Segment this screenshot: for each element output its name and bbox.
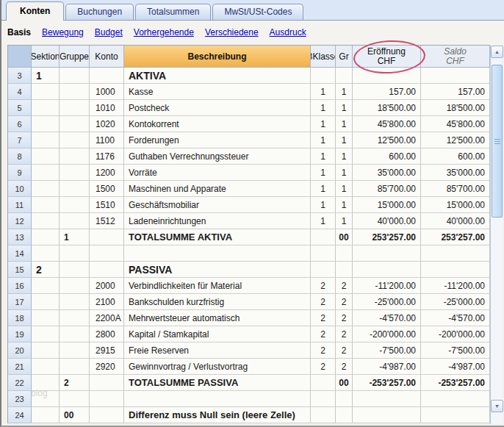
cell-bklasse[interactable] (311, 245, 336, 262)
cell-gruppe[interactable] (60, 262, 90, 278)
cell-gruppe[interactable] (60, 165, 90, 181)
cell-eroeffnung[interactable] (353, 262, 421, 278)
cell-saldo[interactable]: -7'500.00 (421, 342, 490, 359)
view-ausdruck[interactable]: Ausdruck (270, 27, 306, 37)
cell-bklasse[interactable] (311, 68, 336, 84)
cell-sektion[interactable] (32, 342, 60, 359)
cell-saldo[interactable] (421, 262, 490, 278)
cell-saldo[interactable]: -200'000.00 (421, 326, 490, 342)
cell-eroeffnung[interactable] (353, 407, 421, 423)
cell-saldo[interactable]: 45'800.00 (421, 116, 490, 132)
cell-beschreibung[interactable]: AKTIVA (124, 68, 311, 84)
cell-konto[interactable] (90, 68, 124, 84)
cell-beschreibung[interactable] (124, 245, 311, 262)
header-beschreibung[interactable]: Beschreibung (124, 46, 311, 68)
cell-gruppe[interactable] (60, 391, 90, 407)
row-number[interactable]: 23 (8, 391, 32, 407)
cell-beschreibung[interactable]: Gewinnvortrag / Verlustvortrag (124, 359, 311, 375)
cell-gr[interactable]: 1 (336, 165, 353, 181)
cell-saldo[interactable]: -25'000.00 (421, 294, 490, 310)
cell-sektion[interactable] (32, 197, 60, 213)
cell-bklasse[interactable]: 2 (311, 326, 336, 342)
cell-gruppe[interactable] (60, 326, 90, 342)
row-number[interactable]: 15 (8, 262, 32, 278)
cell-sektion[interactable] (32, 116, 60, 132)
row-number[interactable]: 3 (8, 68, 32, 84)
cell-beschreibung[interactable]: Ladeneinrichtungen (124, 213, 311, 229)
cell-bklasse[interactable]: 1 (311, 213, 336, 229)
cell-bklasse[interactable] (311, 229, 336, 245)
cell-saldo[interactable]: 40'000.00 (421, 213, 490, 229)
cell-gr[interactable]: 1 (336, 84, 353, 100)
cell-gr[interactable]: 00 (336, 375, 353, 391)
cell-konto[interactable]: 1512 (90, 213, 124, 229)
cell-konto[interactable]: 2200A (90, 310, 124, 326)
cell-bklasse[interactable] (311, 391, 336, 407)
view-verschiedene[interactable]: Verschiedene (205, 27, 259, 37)
view-budget[interactable]: Budget (95, 27, 123, 37)
cell-saldo[interactable]: -253'257.00 (421, 375, 490, 391)
cell-gruppe[interactable] (60, 359, 90, 375)
cell-konto[interactable]: 1176 (90, 148, 124, 165)
cell-beschreibung[interactable]: TOTALSUMME PASSIVA (124, 375, 311, 391)
cell-gr[interactable]: 1 (336, 116, 353, 132)
cell-konto[interactable] (90, 391, 124, 407)
cell-konto[interactable] (90, 245, 124, 262)
row-number[interactable]: 14 (8, 245, 32, 262)
cell-gruppe[interactable]: 2 (60, 375, 90, 391)
row-number[interactable]: 9 (8, 165, 32, 181)
cell-konto[interactable]: 1500 (90, 181, 124, 197)
cell-sektion[interactable] (32, 148, 60, 165)
cell-bklasse[interactable] (311, 262, 336, 278)
cell-bklasse[interactable]: 1 (311, 165, 336, 181)
cell-sektion[interactable] (32, 165, 60, 181)
cell-beschreibung[interactable]: TOTALSUMME AKTIVA (124, 229, 311, 245)
cell-bklasse[interactable]: 1 (311, 100, 336, 116)
header-bklasse[interactable]: BKlasse (311, 46, 336, 68)
cell-eroeffnung[interactable]: -7'500.00 (353, 342, 421, 359)
cell-beschreibung[interactable]: Forderungen (124, 132, 311, 148)
cell-gruppe[interactable]: 00 (60, 407, 90, 423)
row-number[interactable]: 13 (8, 229, 32, 245)
cell-eroeffnung[interactable]: 253'257.00 (353, 229, 421, 245)
cell-eroeffnung[interactable]: 12'500.00 (353, 132, 421, 148)
header-eroeffnung[interactable]: Eröffnung CHF (353, 46, 421, 68)
cell-eroeffnung[interactable]: 18'500.00 (353, 100, 421, 116)
row-number[interactable]: 7 (8, 132, 32, 148)
header-sektion[interactable]: Sektion (32, 46, 60, 68)
cell-gr[interactable]: 2 (336, 310, 353, 326)
cell-beschreibung[interactable]: Verbindlichkeiten für Material (124, 278, 311, 294)
cell-gr[interactable]: 1 (336, 100, 353, 116)
scroll-up-icon[interactable]: ▲ (491, 46, 503, 58)
cell-saldo[interactable]: -4'570.00 (421, 310, 490, 326)
cell-bklasse[interactable] (311, 407, 336, 423)
cell-konto[interactable]: 1000 (90, 84, 124, 100)
row-number[interactable]: 22 (8, 375, 32, 391)
cell-eroeffnung[interactable]: -25'000.00 (353, 294, 421, 310)
cell-bklasse[interactable]: 1 (311, 132, 336, 148)
cell-gr[interactable]: 1 (336, 181, 353, 197)
cell-sektion[interactable] (32, 181, 60, 197)
header-gr[interactable]: Gr (336, 46, 353, 68)
cell-saldo[interactable]: 157.00 (421, 84, 490, 100)
row-number[interactable]: 5 (8, 100, 32, 116)
row-number[interactable]: 12 (8, 213, 32, 229)
cell-beschreibung[interactable]: Vorräte (124, 165, 311, 181)
view-basis[interactable]: Basis (7, 27, 31, 37)
cell-konto[interactable] (90, 375, 124, 391)
cell-beschreibung[interactable]: Geschäftsmobiliar (124, 197, 311, 213)
cell-saldo[interactable]: 12'500.00 (421, 132, 490, 148)
cell-bklasse[interactable]: 2 (311, 310, 336, 326)
cell-konto[interactable]: 2000 (90, 278, 124, 294)
cell-beschreibung[interactable]: Freie Reserven (124, 342, 311, 359)
vertical-scrollbar[interactable]: ▲ ▼ (490, 46, 503, 424)
cell-gruppe[interactable] (60, 116, 90, 132)
cell-saldo[interactable]: -4'987.00 (421, 359, 490, 375)
cell-sektion[interactable] (32, 229, 60, 245)
cell-gr[interactable]: 2 (336, 342, 353, 359)
cell-konto[interactable]: 1100 (90, 132, 124, 148)
tab-mwst-ust-codes[interactable]: MwSt/USt-Codes (212, 4, 303, 20)
cell-gr[interactable]: 1 (336, 148, 353, 165)
cell-sektion[interactable] (32, 213, 60, 229)
cell-bklasse[interactable]: 2 (311, 278, 336, 294)
